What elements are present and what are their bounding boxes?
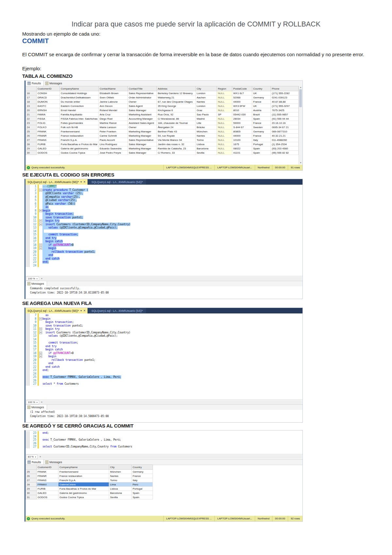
grid-cell[interactable]: Owner [128, 100, 157, 104]
breakpoint-margin[interactable] [25, 260, 30, 264]
grid-cell[interactable]: (91) 555 94 44 [271, 117, 299, 121]
collapse-icon[interactable] [39, 209, 42, 212]
grid-column-header[interactable]: Address [157, 86, 196, 91]
grid-cell[interactable]: Bräcke [196, 125, 217, 129]
grid-cell[interactable]: Paolo Accorti [99, 138, 128, 142]
messages-pane-tab[interactable]: Messages [25, 404, 47, 410]
collapse-icon[interactable] [39, 246, 42, 250]
breakpoint-margin[interactable] [25, 345, 30, 348]
breakpoint-margin[interactable] [25, 188, 30, 192]
grid-cell[interactable]: France restauration [60, 134, 99, 138]
grid-cell[interactable]: Jardim das rosas n. 32 [157, 142, 196, 146]
grid-cell[interactable]: Graz [196, 108, 217, 112]
grid-cell[interactable]: Familia Arquibaldo [60, 112, 99, 117]
grid-cell[interactable]: London [196, 91, 217, 95]
grid-cell[interactable]: FRANK [37, 470, 58, 474]
tab-results[interactable]: Results [25, 459, 44, 465]
grid-cell[interactable]: Barcelona [109, 491, 132, 495]
breakpoint-margin[interactable] [25, 351, 30, 355]
collapse-icon[interactable] [39, 351, 42, 355]
breakpoint-margin[interactable] [25, 368, 30, 372]
breakpoint-margin[interactable] [25, 226, 30, 229]
breakpoint-margin[interactable] [25, 195, 30, 199]
grid-cell[interactable]: GALED [37, 146, 60, 151]
editor-tab-inactive[interactable]: SQLQuery1.sql - LA...I04M\Usuario (54))* [88, 179, 146, 185]
grid-cell[interactable]: Lima [109, 482, 132, 487]
grid-cell[interactable]: Berliner Platz 43 [157, 129, 196, 134]
grid-row-header[interactable]: 28 [26, 482, 37, 487]
grid-cell[interactable]: Marketing Manager [128, 134, 157, 138]
grid-cell[interactable]: (93) 203 4560 [271, 146, 299, 151]
tab-results[interactable]: Results [25, 80, 44, 86]
grid-cell[interactable]: Sevilla [109, 495, 132, 499]
grid-cell[interactable]: 011-4988260 [271, 138, 299, 142]
grid-cell[interactable]: NULL [217, 125, 232, 129]
grid-row-header[interactable]: 25 [26, 470, 37, 474]
breakpoint-margin[interactable] [25, 236, 30, 240]
grid-cell[interactable]: FISSA Fabrica Inter. Salchichas S... [60, 117, 99, 121]
grid-cell[interactable]: Martine Rancé [99, 121, 128, 125]
breakpoint-margin[interactable] [25, 382, 30, 386]
close-icon[interactable]: ✕ [83, 180, 86, 183]
grid-cell[interactable]: 44000 [232, 134, 252, 138]
grid-cell[interactable]: NULL [217, 100, 232, 104]
grid-cell[interactable]: 54, rue Royale [157, 134, 196, 138]
scroll-left-arrow[interactable]: ◄ [40, 400, 43, 404]
grid-cell[interactable]: Sales Manager [128, 151, 157, 155]
grid-cell[interactable]: Aria Cruz [99, 112, 128, 117]
grid-cell[interactable]: France [252, 100, 271, 104]
sql-editor[interactable]: 7as8begin9begin transaction;10save trans… [25, 313, 302, 399]
grid-column-header[interactable]: City [109, 465, 132, 470]
breakpoint-margin[interactable] [25, 438, 30, 442]
grid-row-header[interactable]: 26 [26, 474, 37, 478]
grid-cell[interactable]: NULL [217, 142, 232, 146]
grid-cell[interactable]: NULL [217, 129, 232, 134]
breakpoint-margin[interactable] [25, 338, 30, 341]
tab-messages[interactable]: Messages [44, 81, 65, 86]
breakpoint-margin[interactable] [25, 435, 30, 438]
scrollbar-thumb[interactable] [299, 89, 302, 107]
grid-cell[interactable]: UK [252, 104, 271, 108]
scroll-left-arrow[interactable]: ◄ [38, 455, 42, 459]
grid-cell[interactable]: Owner [128, 125, 157, 129]
grid-cell[interactable]: DRACD [37, 95, 60, 100]
collapse-icon[interactable] [39, 327, 42, 331]
grid-cell[interactable]: Eastern Connection [60, 104, 99, 108]
grid-cell[interactable]: FISSA [37, 117, 60, 121]
breakpoint-margin[interactable] [25, 431, 30, 435]
grid-row-header[interactable]: 27 [26, 478, 37, 482]
grid-cell[interactable]: FRANK [37, 129, 60, 134]
grid-cell[interactable]: Lisboa [109, 487, 132, 491]
grid-cell[interactable]: FAMIA [37, 112, 60, 117]
breakpoint-margin[interactable] [25, 320, 30, 324]
grid-cell[interactable]: FRANR [37, 474, 58, 478]
grid-cell[interactable]: Sales Agent [128, 104, 157, 108]
grid-cell[interactable]: 0695-34 67 21 [271, 125, 299, 129]
grid-cell[interactable]: France [252, 134, 271, 138]
breakpoint-margin[interactable] [25, 223, 30, 226]
grid-cell[interactable]: UK [252, 91, 271, 95]
grid-cell[interactable]: Furia Bacalhau e Frutos do Mar [60, 142, 99, 146]
grid-cell[interactable]: Furia Bacalhau e Frutos do Mar [58, 487, 109, 491]
grid-column-header[interactable]: Region [217, 86, 232, 91]
grid-column-header[interactable]: PostalCode [232, 86, 252, 91]
grid-cell[interactable]: Torino [109, 478, 132, 482]
grid-cell[interactable]: Nantes [196, 100, 217, 104]
grid-cell[interactable]: Assistant Sales Agent [128, 121, 157, 125]
grid-cell[interactable]: Peter Franken [99, 129, 128, 134]
grid-cell[interactable]: 10100 [232, 138, 252, 142]
grid-cell[interactable]: GALED [37, 491, 58, 495]
grid-cell[interactable]: NULL [217, 146, 232, 151]
scroll-up-arrow[interactable]: ▲ [299, 86, 302, 89]
breakpoint-margin[interactable] [25, 324, 30, 328]
zoom-select[interactable]: 100 % ▾ [26, 277, 39, 281]
grid-cell[interactable]: Godos Cocina Típica [58, 495, 109, 499]
grid-column-header[interactable]: Country [132, 465, 153, 470]
grid-cell[interactable]: GODOS [37, 151, 60, 155]
breakpoint-margin[interactable] [25, 379, 30, 382]
grid-cell[interactable]: France [132, 474, 153, 478]
grid-cell[interactable]: Ann Devon [99, 104, 128, 108]
breakpoint-margin[interactable] [25, 375, 30, 379]
messages-pane-tab[interactable]: Messages [25, 281, 47, 286]
grid-cell[interactable]: Lisboa [196, 142, 217, 146]
